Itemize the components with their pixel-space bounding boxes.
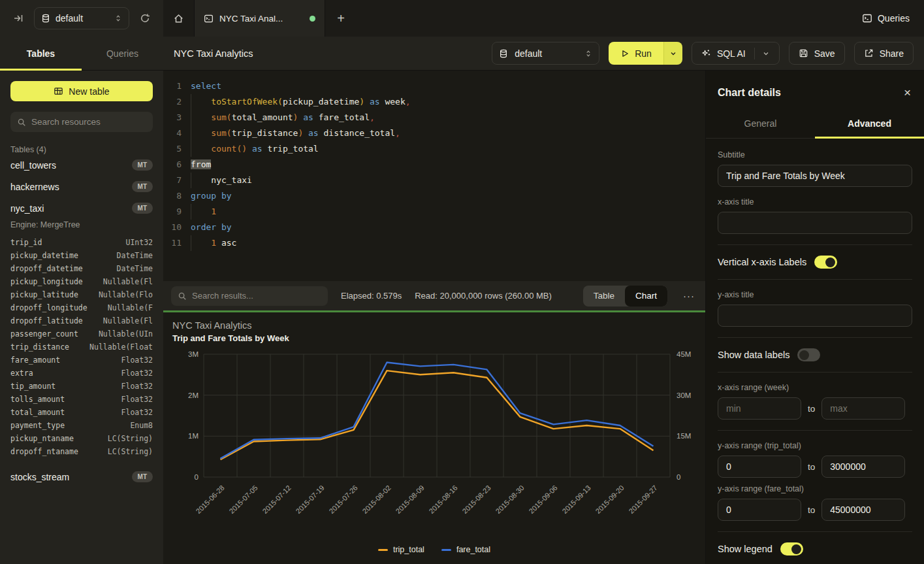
code-line[interactable]: 6from	[163, 157, 705, 173]
column-type: Nullable(F	[108, 303, 153, 312]
elapsed-stat: Elapsed: 0.579s	[341, 291, 402, 301]
code-text: 1	[191, 204, 216, 220]
more-options-button[interactable]: ···	[680, 290, 697, 301]
table-item-stocks-stream[interactable]: stocks_stream MT	[10, 466, 153, 488]
sidebar-search-input[interactable]	[31, 117, 146, 127]
code-token	[191, 112, 211, 122]
column-name: tip_amount	[10, 382, 56, 391]
results-search-input[interactable]	[192, 291, 321, 301]
column-name: payment_type	[10, 421, 65, 430]
line-number: 2	[163, 94, 182, 110]
close-icon[interactable]: ×	[904, 86, 911, 99]
column-type: Nullable(Flo	[99, 290, 153, 299]
x-axis-tick: 2015-06-28	[195, 484, 226, 515]
code-line[interactable]: 1select	[163, 78, 705, 94]
code-token: ,	[395, 128, 400, 138]
column-name: pickup_longitude	[10, 277, 83, 286]
legend-swatch	[441, 549, 451, 551]
line-number: 1	[163, 78, 182, 94]
collapse-sidebar-icon[interactable]	[9, 9, 27, 27]
read-stat: Read: 20,000,000 rows (260.00 MB)	[415, 291, 552, 301]
view-toggle-chart[interactable]: Chart	[625, 286, 667, 307]
code-line[interactable]: 5 count() as trip_total	[163, 141, 705, 157]
view-toggle-table[interactable]: Table	[583, 286, 625, 307]
chevron-down-icon[interactable]	[762, 50, 770, 58]
code-token	[364, 97, 370, 107]
chevron-updown-icon	[114, 14, 122, 22]
column-type: Nullable(Fl	[103, 277, 153, 286]
y-range-fare-min[interactable]	[718, 499, 801, 521]
y-range-trip-max[interactable]	[821, 456, 905, 478]
x-axis-title-field[interactable]	[718, 212, 912, 234]
share-button[interactable]: Share	[854, 42, 914, 65]
sql-ai-button[interactable]: SQL AI	[692, 42, 780, 65]
code-token: sum(	[211, 128, 231, 138]
code-line[interactable]: 7 nyc_taxi	[163, 173, 705, 188]
sidebar-tab-tables[interactable]: Tables	[0, 37, 82, 70]
table-item-nyc-taxi[interactable]: nyc_taxi MT	[10, 197, 153, 219]
x-axis-range-min[interactable]	[718, 397, 801, 420]
table-item-hackernews[interactable]: hackernews MT	[10, 176, 153, 197]
code-token: as	[252, 144, 263, 154]
code-line[interactable]: 2 toStartOfWeek(pickup_datetime) as week…	[163, 94, 705, 110]
table-column-row: tip_amountFloat32	[10, 380, 153, 393]
sql-editor[interactable]: 1select2 toStartOfWeek(pickup_datetime) …	[163, 71, 705, 281]
tables-section-label: Tables (4)	[10, 145, 153, 154]
panel-tabs: General Advanced	[706, 110, 924, 139]
code-line[interactable]: 11 1 asc	[163, 235, 705, 251]
engine-badge: MT	[132, 471, 153, 482]
refresh-icon[interactable]	[136, 9, 154, 27]
code-line[interactable]: 3 sum(total_amount) as fare_total,	[163, 110, 705, 125]
y-range-fare-max[interactable]	[821, 499, 905, 521]
results-bar: Elapsed: 0.579s Read: 20,000,000 rows (2…	[163, 281, 705, 310]
show-legend-toggle[interactable]	[780, 542, 803, 556]
chart-svg	[172, 349, 696, 481]
database-selector[interactable]: default	[34, 7, 129, 29]
code-token	[191, 97, 211, 107]
panel-tab-advanced[interactable]: Advanced	[815, 110, 924, 138]
code-token: trip_total	[263, 144, 319, 154]
column-name: dropoff_latitude	[10, 316, 83, 325]
code-line[interactable]: 8group by	[163, 188, 705, 204]
column-type: LC(String)	[108, 447, 153, 456]
y-axis-title-field[interactable]	[718, 305, 912, 327]
new-table-button[interactable]: New table	[10, 81, 153, 101]
queries-icon	[862, 13, 872, 24]
subtitle-field[interactable]	[718, 165, 912, 187]
y-range-trip-min[interactable]	[718, 456, 801, 478]
x-axis-tick: 2015-08-16	[428, 484, 459, 515]
sidebar-tab-queries[interactable]: Queries	[82, 37, 163, 70]
queries-link[interactable]: Queries	[848, 0, 924, 37]
code-line[interactable]: 10order by	[163, 220, 705, 235]
x-axis-range-label: x-axis range (week)	[718, 383, 912, 392]
x-axis-tick: 2015-08-30	[494, 484, 526, 515]
query-database-value: default	[515, 48, 542, 59]
code-token	[191, 128, 211, 138]
line-number: 10	[163, 220, 182, 235]
to-label: to	[808, 505, 815, 515]
legend-item-trip_total[interactable]: trip_total	[378, 545, 424, 554]
column-list: trip_idUInt32pickup_datetimeDateTimedrop…	[10, 236, 153, 458]
code-line[interactable]: 4 sum(trip_distance) as distance_total,	[163, 125, 705, 141]
chart-plot[interactable]: 001M15M2M30M3M45M2015-06-282015-07-05201…	[172, 349, 696, 561]
x-axis-range-max[interactable]	[821, 397, 905, 420]
top-bar-left: default	[0, 0, 163, 37]
line-number: 7	[163, 173, 182, 188]
run-button[interactable]: Run	[609, 42, 663, 65]
run-options-button[interactable]	[663, 42, 682, 65]
legend-item-fare_total[interactable]: fare_total	[441, 545, 490, 554]
vertical-x-labels-toggle[interactable]	[814, 256, 837, 269]
code-line[interactable]: 9 1	[163, 204, 705, 220]
table-column-row: pickup_longitudeNullable(Fl	[10, 275, 153, 288]
tab-nyc-taxi-analytics[interactable]: NYC Taxi Anal...	[195, 0, 325, 37]
sql-ai-label: SQL AI	[717, 48, 746, 59]
panel-tab-general[interactable]: General	[706, 110, 815, 138]
query-database-selector[interactable]: default	[492, 42, 599, 65]
line-number: 5	[163, 141, 182, 157]
new-tab-button[interactable]: +	[325, 0, 357, 37]
save-button[interactable]: Save	[789, 42, 845, 65]
show-data-labels-toggle[interactable]	[797, 348, 820, 361]
column-name: trip_distance	[10, 342, 69, 352]
table-item-cell-towers[interactable]: cell_towers MT	[10, 154, 153, 176]
home-tab[interactable]	[163, 0, 195, 37]
